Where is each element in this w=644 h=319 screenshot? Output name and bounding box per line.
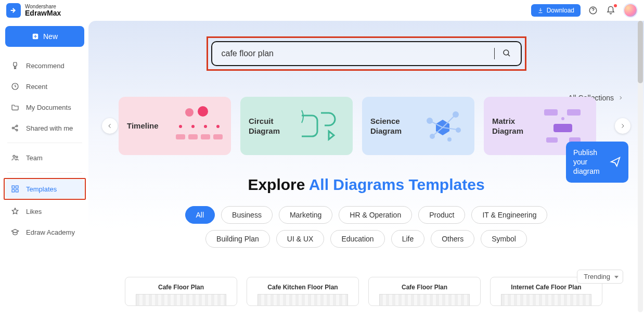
template-results: Cafe Floor Plan Cafe Kitchen Floor Plan …	[104, 277, 628, 306]
pill-uiux[interactable]: UI & UX	[276, 230, 325, 248]
search-input[interactable]	[222, 49, 487, 58]
sidebar-item-academy[interactable]: Edraw Academy	[5, 223, 84, 241]
pill-all[interactable]: All	[185, 206, 215, 224]
sidebar-item-label: Recent	[26, 83, 47, 91]
result-title: Cafe Floor Plan	[158, 284, 204, 291]
clock-icon	[10, 82, 20, 91]
result-thumb-icon	[257, 294, 348, 306]
publish-button[interactable]: Publish your diagram	[566, 142, 628, 183]
result-title: Cafe Floor Plan	[402, 284, 447, 291]
badge-icon	[10, 61, 20, 70]
result-title: Internet Cafe Floor Plan	[511, 284, 581, 291]
svg-point-16	[456, 127, 461, 133]
category-card-timeline[interactable]: Timeline	[119, 97, 231, 155]
category-carousel: Timeline Circuit Dia	[104, 97, 628, 155]
carousel-prev-button[interactable]	[102, 118, 118, 134]
science-illustration-icon	[419, 105, 466, 147]
svg-rect-9	[16, 186, 18, 188]
svg-rect-10	[12, 189, 15, 192]
sidebar-item-label: My Documents	[26, 104, 71, 111]
search-divider	[494, 48, 495, 59]
category-card-circuit[interactable]: Circuit Diagram	[240, 97, 353, 155]
scrollbar-thumb[interactable]	[638, 21, 643, 83]
matrix-illustration-icon	[541, 105, 588, 147]
share-icon	[10, 123, 20, 133]
search-highlight	[207, 36, 526, 71]
timeline-illustration-icon	[176, 105, 223, 147]
send-icon	[610, 156, 621, 168]
notification-dot-icon	[614, 4, 617, 7]
sidebar-item-label: Team	[26, 154, 43, 162]
svg-point-18	[447, 137, 452, 142]
sidebar-item-my-documents[interactable]: My Documents	[5, 98, 84, 117]
scrollbar[interactable]	[638, 21, 643, 312]
pill-product[interactable]: Product	[418, 206, 465, 224]
download-button[interactable]: Download	[531, 4, 581, 17]
sort-label: Trending	[584, 273, 610, 280]
graduation-icon	[10, 227, 20, 237]
team-icon	[10, 153, 20, 162]
svg-rect-24	[567, 109, 581, 116]
card-label: Science Diagram	[370, 116, 417, 136]
pill-it[interactable]: IT & Engineering	[471, 206, 547, 224]
svg-rect-8	[12, 186, 15, 188]
result-card[interactable]: Cafe Floor Plan	[368, 277, 481, 306]
sidebar-item-label: Edraw Academy	[26, 228, 75, 236]
pill-marketing[interactable]: Marketing	[279, 206, 332, 224]
new-button[interactable]: New	[5, 26, 84, 47]
templates-icon	[10, 184, 20, 194]
pill-education[interactable]: Education	[330, 230, 384, 248]
svg-point-6	[13, 155, 15, 157]
sidebar-item-team[interactable]: Team	[5, 148, 84, 167]
card-label: Matrix Diagram	[492, 116, 539, 136]
pill-others[interactable]: Others	[431, 230, 474, 248]
svg-rect-23	[544, 109, 558, 116]
svg-rect-27	[546, 137, 558, 143]
main-content: All Collections Timeline	[88, 21, 644, 319]
svg-point-12	[504, 50, 509, 55]
sidebar: New Recommend Recent My Documents Shared…	[0, 21, 88, 319]
svg-rect-11	[16, 189, 18, 192]
sidebar-item-recent[interactable]: Recent	[5, 77, 84, 96]
result-thumb-icon	[501, 294, 591, 306]
pill-life[interactable]: Life	[391, 230, 425, 248]
sidebar-item-recommend[interactable]: Recommend	[5, 56, 84, 75]
svg-rect-25	[553, 124, 572, 132]
result-thumb-icon	[379, 294, 470, 306]
search-button[interactable]	[502, 48, 511, 59]
sort-select[interactable]: Trending	[577, 270, 623, 284]
card-label: Circuit Diagram	[249, 116, 295, 136]
avatar[interactable]	[623, 3, 638, 18]
svg-point-26	[561, 117, 564, 120]
explore-heading: Explore All Diagrams Templates	[104, 176, 628, 194]
sidebar-divider	[7, 172, 82, 173]
pill-hr[interactable]: HR & Operation	[339, 206, 412, 224]
sidebar-item-label: Templates	[26, 185, 57, 193]
brand-logo-icon	[6, 3, 21, 18]
publish-label: Publish your diagram	[573, 148, 604, 176]
explore-prefix: Explore	[248, 176, 308, 193]
pill-building[interactable]: Building Plan	[205, 230, 270, 248]
circuit-illustration-icon	[298, 105, 344, 147]
sidebar-divider	[7, 143, 82, 143]
category-card-science[interactable]: Science Diagram	[362, 97, 474, 155]
carousel-next-button[interactable]	[615, 118, 630, 134]
sidebar-item-label: Recommend	[26, 62, 65, 70]
templates-highlight: Templates	[4, 178, 86, 200]
svg-point-7	[16, 156, 18, 158]
result-card[interactable]: Cafe Floor Plan	[125, 277, 237, 306]
explore-accent: All Diagrams Templates	[309, 176, 485, 193]
sidebar-item-shared[interactable]: Shared with me	[5, 119, 84, 137]
help-icon[interactable]	[588, 5, 598, 16]
sidebar-item-likes[interactable]: Likes	[5, 202, 84, 221]
download-label: Download	[547, 7, 574, 14]
pill-symbol[interactable]: Symbol	[481, 230, 527, 248]
sidebar-item-label: Likes	[26, 208, 42, 215]
card-label: Timeline	[127, 121, 159, 131]
pill-business[interactable]: Business	[221, 206, 273, 224]
sidebar-item-templates[interactable]: Templates	[5, 180, 84, 198]
bell-icon[interactable]	[606, 5, 616, 16]
result-card[interactable]: Cafe Kitchen Floor Plan	[247, 277, 359, 306]
brand: Wondershare EdrawMax	[6, 3, 61, 18]
new-label: New	[43, 32, 58, 41]
